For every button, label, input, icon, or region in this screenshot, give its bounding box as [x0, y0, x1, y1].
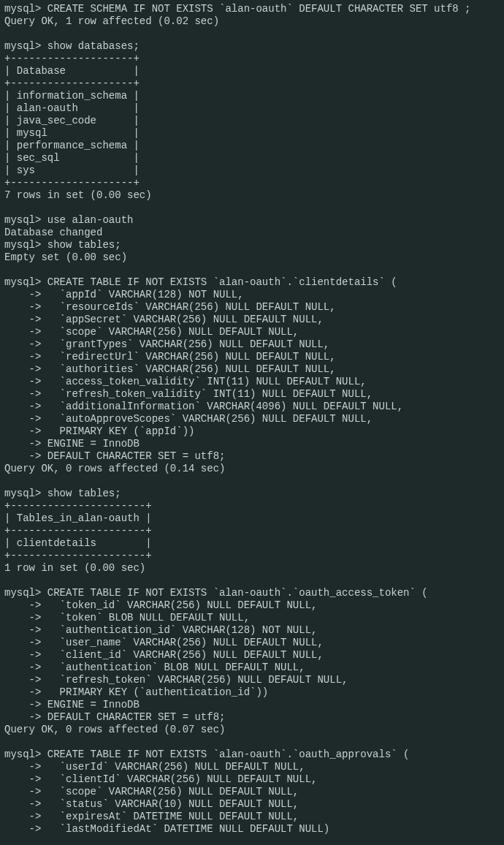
mysql-terminal-output: mysql> CREATE SCHEMA IF NOT EXISTS `alan… — [0, 0, 504, 838]
